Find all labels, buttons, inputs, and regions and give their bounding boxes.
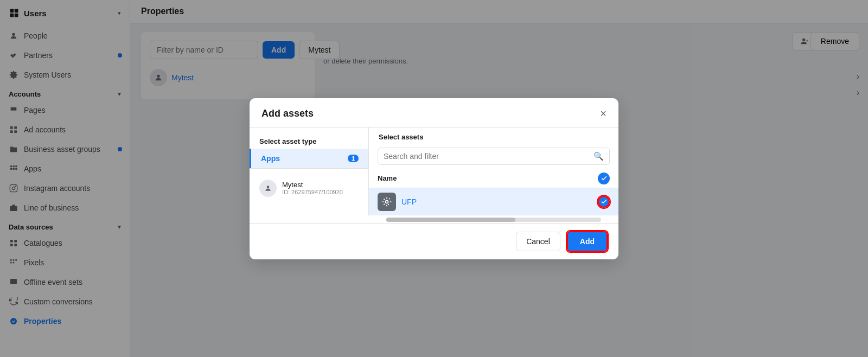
asset-name: UFP <box>401 197 417 206</box>
asset-type-panel: Select asset type Apps 1 Mytest ID: 2629… <box>250 127 369 215</box>
apps-badge: 1 <box>348 155 359 162</box>
cancel-button[interactable]: Cancel <box>516 232 560 251</box>
asset-type-label: Select asset type <box>250 132 368 149</box>
mytest-bottom-info: Mytest ID: 262975947/100920 <box>282 181 343 195</box>
add-assets-modal: Add assets × Select asset type Apps 1 <box>250 98 618 259</box>
svg-point-33 <box>386 200 388 203</box>
modal-footer: Cancel Add <box>250 223 618 259</box>
asset-selected-check[interactable] <box>598 196 610 208</box>
asset-bottom: Mytest ID: 262975947/100920 <box>250 168 368 202</box>
ufp-icon <box>378 193 396 211</box>
search-input[interactable] <box>384 152 593 161</box>
assets-table-header: Name <box>369 169 618 188</box>
scrollbar-thumb <box>386 218 515 222</box>
add-submit-button[interactable]: Add <box>567 231 608 252</box>
asset-row-left: UFP <box>378 193 417 211</box>
search-bar: 🔍 <box>378 148 610 165</box>
check-all[interactable] <box>598 173 610 184</box>
scrollbar[interactable] <box>386 218 601 222</box>
modal-title: Add assets <box>261 108 314 119</box>
scrollbar-container <box>250 215 618 223</box>
asset-row-ufp[interactable]: UFP <box>369 188 618 215</box>
col-name: Name <box>378 174 397 182</box>
mytest-bottom-item[interactable]: Mytest ID: 262975947/100920 <box>250 174 368 202</box>
modal-overlay: Add assets × Select asset type Apps 1 <box>0 0 868 357</box>
select-assets-label: Select assets <box>369 127 618 144</box>
mytest-bottom-avatar <box>259 180 277 197</box>
modal-header: Add assets × <box>250 98 618 127</box>
search-icon: 🔍 <box>593 151 604 161</box>
asset-type-apps[interactable]: Apps 1 <box>250 149 368 168</box>
modal-body: Select asset type Apps 1 Mytest ID: 2629… <box>250 127 618 215</box>
svg-point-32 <box>267 186 270 188</box>
apps-label: Apps <box>261 154 280 163</box>
modal-close-button[interactable]: × <box>600 108 607 119</box>
select-assets-panel: Select assets 🔍 Name UFP <box>369 127 618 215</box>
